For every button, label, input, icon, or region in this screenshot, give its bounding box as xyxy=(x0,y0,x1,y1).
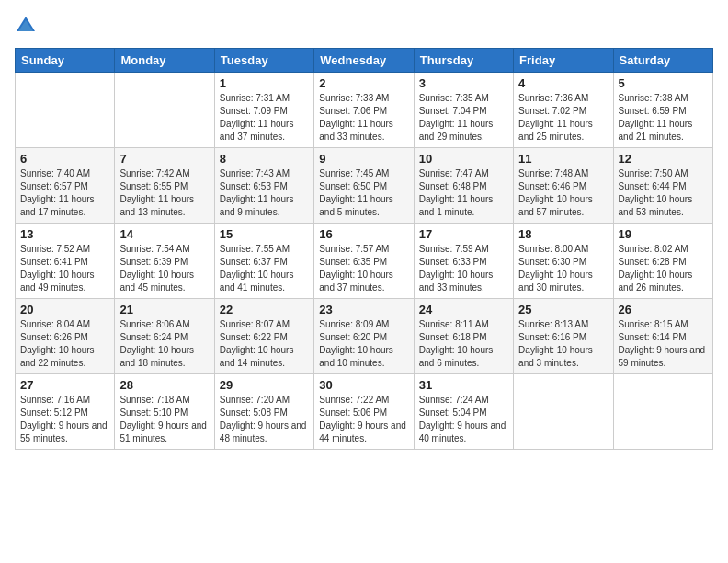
day-info: Sunrise: 7:55 AMSunset: 6:37 PMDaylight:… xyxy=(220,243,309,294)
day-info: Sunrise: 7:24 AMSunset: 5:04 PMDaylight:… xyxy=(419,394,508,445)
weekday-header-friday: Friday xyxy=(514,49,613,73)
calendar-cell: 23Sunrise: 8:09 AMSunset: 6:20 PMDayligh… xyxy=(314,299,414,374)
day-info: Sunrise: 8:04 AMSunset: 6:26 PMDaylight:… xyxy=(20,318,109,370)
day-info: Sunrise: 8:13 AMSunset: 6:16 PMDaylight:… xyxy=(518,318,608,370)
day-number: 5 xyxy=(619,76,708,90)
day-number: 28 xyxy=(119,378,209,392)
calendar-cell: 24Sunrise: 8:11 AMSunset: 6:18 PMDayligh… xyxy=(414,299,513,374)
logo-icon xyxy=(15,15,37,37)
day-number: 6 xyxy=(20,152,109,166)
day-number: 17 xyxy=(419,227,508,241)
calendar-cell: 29Sunrise: 7:20 AMSunset: 5:08 PMDayligh… xyxy=(214,374,313,450)
calendar-cell: 20Sunrise: 8:04 AMSunset: 6:26 PMDayligh… xyxy=(16,299,115,374)
calendar-cell: 5Sunrise: 7:38 AMSunset: 6:59 PMDaylight… xyxy=(613,73,712,148)
calendar-table: SundayMondayTuesdayWednesdayThursdayFrid… xyxy=(15,48,713,450)
day-number: 24 xyxy=(419,303,508,316)
day-info: Sunrise: 8:06 AMSunset: 6:24 PMDaylight:… xyxy=(119,318,209,370)
day-number: 26 xyxy=(619,303,708,316)
calendar-cell xyxy=(115,73,214,148)
day-number: 13 xyxy=(20,227,109,241)
calendar-week-row: 6Sunrise: 7:40 AMSunset: 6:57 PMDaylight… xyxy=(16,148,713,224)
calendar-cell: 3Sunrise: 7:35 AMSunset: 7:04 PMDaylight… xyxy=(414,73,513,148)
day-number: 11 xyxy=(518,152,608,166)
day-number: 20 xyxy=(20,303,109,316)
day-number: 31 xyxy=(419,378,508,392)
calendar-cell: 31Sunrise: 7:24 AMSunset: 5:04 PMDayligh… xyxy=(414,374,513,450)
calendar-cell: 7Sunrise: 7:42 AMSunset: 6:55 PMDaylight… xyxy=(115,148,214,224)
day-number: 16 xyxy=(319,227,408,241)
day-number: 15 xyxy=(220,227,309,241)
day-number: 27 xyxy=(20,378,109,392)
day-info: Sunrise: 8:15 AMSunset: 6:14 PMDaylight:… xyxy=(619,318,708,370)
day-info: Sunrise: 8:00 AMSunset: 6:30 PMDaylight:… xyxy=(518,243,608,294)
calendar-cell: 13Sunrise: 7:52 AMSunset: 6:41 PMDayligh… xyxy=(16,224,115,299)
calendar-week-row: 20Sunrise: 8:04 AMSunset: 6:26 PMDayligh… xyxy=(16,299,713,374)
calendar-cell: 4Sunrise: 7:36 AMSunset: 7:02 PMDaylight… xyxy=(514,73,613,148)
day-number: 3 xyxy=(419,76,508,90)
day-info: Sunrise: 7:33 AMSunset: 7:06 PMDaylight:… xyxy=(319,92,408,144)
day-info: Sunrise: 7:18 AMSunset: 5:10 PMDaylight:… xyxy=(119,394,209,445)
calendar-cell xyxy=(613,374,712,450)
day-info: Sunrise: 7:31 AMSunset: 7:09 PMDaylight:… xyxy=(220,92,309,144)
day-number: 10 xyxy=(419,152,508,166)
calendar-cell: 26Sunrise: 8:15 AMSunset: 6:14 PMDayligh… xyxy=(613,299,712,374)
calendar-cell: 6Sunrise: 7:40 AMSunset: 6:57 PMDaylight… xyxy=(16,148,115,224)
weekday-header-sunday: Sunday xyxy=(16,49,115,73)
calendar-cell: 19Sunrise: 8:02 AMSunset: 6:28 PMDayligh… xyxy=(613,224,712,299)
calendar-cell: 9Sunrise: 7:45 AMSunset: 6:50 PMDaylight… xyxy=(314,148,414,224)
calendar-cell: 28Sunrise: 7:18 AMSunset: 5:10 PMDayligh… xyxy=(115,374,214,450)
weekday-header-tuesday: Tuesday xyxy=(214,49,313,73)
day-number: 18 xyxy=(518,227,608,241)
day-number: 2 xyxy=(319,76,408,90)
calendar-cell: 12Sunrise: 7:50 AMSunset: 6:44 PMDayligh… xyxy=(613,148,712,224)
calendar-cell: 10Sunrise: 7:47 AMSunset: 6:48 PMDayligh… xyxy=(414,148,513,224)
page-header xyxy=(15,15,713,37)
weekday-header-wednesday: Wednesday xyxy=(314,49,414,73)
day-number: 1 xyxy=(220,76,309,90)
logo xyxy=(15,15,40,37)
day-number: 30 xyxy=(319,378,408,392)
day-info: Sunrise: 7:54 AMSunset: 6:39 PMDaylight:… xyxy=(119,243,209,294)
calendar-body: 1Sunrise: 7:31 AMSunset: 7:09 PMDaylight… xyxy=(16,73,713,450)
day-number: 29 xyxy=(220,378,309,392)
calendar-cell: 22Sunrise: 8:07 AMSunset: 6:22 PMDayligh… xyxy=(214,299,313,374)
day-info: Sunrise: 8:02 AMSunset: 6:28 PMDaylight:… xyxy=(619,243,708,294)
day-info: Sunrise: 7:57 AMSunset: 6:35 PMDaylight:… xyxy=(319,243,408,294)
day-info: Sunrise: 7:22 AMSunset: 5:06 PMDaylight:… xyxy=(319,394,408,445)
day-number: 4 xyxy=(518,76,608,90)
calendar-cell: 16Sunrise: 7:57 AMSunset: 6:35 PMDayligh… xyxy=(314,224,414,299)
day-info: Sunrise: 7:50 AMSunset: 6:44 PMDaylight:… xyxy=(619,167,708,219)
day-info: Sunrise: 7:16 AMSunset: 5:12 PMDaylight:… xyxy=(20,394,109,445)
calendar-cell: 11Sunrise: 7:48 AMSunset: 6:46 PMDayligh… xyxy=(514,148,613,224)
day-info: Sunrise: 7:42 AMSunset: 6:55 PMDaylight:… xyxy=(119,167,209,219)
day-number: 8 xyxy=(220,152,309,166)
day-number: 21 xyxy=(119,303,209,316)
day-info: Sunrise: 7:36 AMSunset: 7:02 PMDaylight:… xyxy=(518,92,608,144)
calendar-cell: 8Sunrise: 7:43 AMSunset: 6:53 PMDaylight… xyxy=(214,148,313,224)
day-info: Sunrise: 8:09 AMSunset: 6:20 PMDaylight:… xyxy=(319,318,408,370)
calendar-cell: 17Sunrise: 7:59 AMSunset: 6:33 PMDayligh… xyxy=(414,224,513,299)
day-number: 19 xyxy=(619,227,708,241)
day-number: 7 xyxy=(119,152,209,166)
day-info: Sunrise: 8:11 AMSunset: 6:18 PMDaylight:… xyxy=(419,318,508,370)
calendar-cell xyxy=(16,73,115,148)
day-info: Sunrise: 7:43 AMSunset: 6:53 PMDaylight:… xyxy=(220,167,309,219)
day-number: 23 xyxy=(319,303,408,316)
calendar-cell: 2Sunrise: 7:33 AMSunset: 7:06 PMDaylight… xyxy=(314,73,414,148)
day-info: Sunrise: 7:52 AMSunset: 6:41 PMDaylight:… xyxy=(20,243,109,294)
calendar-cell: 30Sunrise: 7:22 AMSunset: 5:06 PMDayligh… xyxy=(314,374,414,450)
day-number: 14 xyxy=(119,227,209,241)
day-number: 25 xyxy=(518,303,608,316)
day-info: Sunrise: 8:07 AMSunset: 6:22 PMDaylight:… xyxy=(220,318,309,370)
calendar-cell: 18Sunrise: 8:00 AMSunset: 6:30 PMDayligh… xyxy=(514,224,613,299)
day-info: Sunrise: 7:40 AMSunset: 6:57 PMDaylight:… xyxy=(20,167,109,219)
calendar-cell: 21Sunrise: 8:06 AMSunset: 6:24 PMDayligh… xyxy=(115,299,214,374)
calendar-cell: 27Sunrise: 7:16 AMSunset: 5:12 PMDayligh… xyxy=(16,374,115,450)
calendar-cell: 1Sunrise: 7:31 AMSunset: 7:09 PMDaylight… xyxy=(214,73,313,148)
calendar-header-row: SundayMondayTuesdayWednesdayThursdayFrid… xyxy=(16,49,713,73)
calendar-week-row: 27Sunrise: 7:16 AMSunset: 5:12 PMDayligh… xyxy=(16,374,713,450)
day-info: Sunrise: 7:59 AMSunset: 6:33 PMDaylight:… xyxy=(419,243,508,294)
calendar-cell xyxy=(514,374,613,450)
weekday-header-thursday: Thursday xyxy=(414,49,513,73)
calendar-week-row: 1Sunrise: 7:31 AMSunset: 7:09 PMDaylight… xyxy=(16,73,713,148)
